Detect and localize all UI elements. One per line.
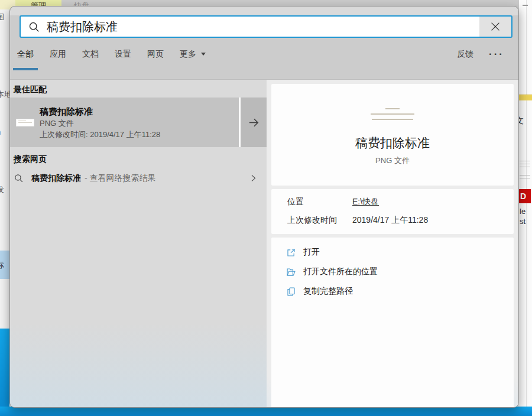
detail-row-location: 位置 E:\快盘 [287, 197, 514, 207]
copy-full-path-action[interactable]: 复制完整路径 [286, 286, 514, 297]
clear-search-button[interactable] [479, 17, 511, 37]
bg-fragment: 标 [0, 260, 4, 271]
bg-fragment: n [0, 128, 1, 136]
search-input[interactable] [47, 17, 479, 37]
web-suffix-text: - 查看网络搜索结果 [85, 173, 156, 184]
chevron-right-icon [249, 174, 258, 183]
arrow-right-icon [247, 116, 261, 129]
action-label: 复制完整路径 [303, 286, 353, 297]
web-search-header: 搜索网页 [14, 154, 267, 165]
detail-value: 2019/4/17 上午11:28 [352, 215, 428, 226]
bg-fragment: 图 [0, 12, 4, 22]
active-tab-indicator [13, 68, 38, 70]
preview-title: 稿费扣除标准 [355, 135, 430, 151]
tab-label: 全部 [17, 49, 34, 60]
preview-panel: 稿费扣除标准 PNG 文件 位置 E:\快盘 上次修改时间 2019/4/17 … [267, 80, 518, 408]
tab-label: 文档 [82, 49, 99, 60]
bg-folder-stripe [519, 95, 532, 100]
bg-text-lines [520, 175, 530, 181]
bg-selected-item-fragment: 标 [0, 251, 9, 279]
file-thumbnail-small [10, 98, 40, 147]
search-icon [28, 21, 40, 33]
tab-label: 更多 [180, 49, 196, 60]
results-area: 最佳匹配 稿费扣除标准 PNG 文件 上次修改时间: 2019/4/17 上午1… [10, 79, 518, 408]
search-flyout: 全部 应用 文档 设置 网页 更多 反馈 ··· 最佳匹配 [9, 6, 519, 408]
filter-tab-row: 全部 应用 文档 设置 网页 更多 反馈 ··· [10, 38, 518, 70]
web-search-item[interactable]: 稿费扣除标准 - 查看网络搜索结果 [10, 168, 267, 188]
best-match-header: 最佳匹配 [14, 84, 267, 95]
details-card: 位置 E:\快盘 上次修改时间 2019/4/17 上午11:28 [271, 189, 514, 234]
tab-label: 应用 [50, 49, 66, 60]
feedback-button[interactable]: 反馈 [457, 49, 473, 60]
desktop-fragment [0, 329, 9, 416]
preview-filetype: PNG 文件 [375, 155, 410, 166]
web-query-text: 稿费扣除标准 [31, 173, 81, 184]
best-match-item[interactable]: 稿费扣除标准 PNG 文件 上次修改时间: 2019/4/17 上午11:28 [10, 98, 267, 147]
actions-card: 打开 打开文件所在的位置 复制完整路径 [271, 238, 514, 408]
open-file-location-action[interactable]: 打开文件所在的位置 [286, 266, 514, 277]
bg-red-badge: D [519, 189, 531, 203]
taskbar[interactable] [0, 407, 532, 416]
thumbnail-image [16, 119, 34, 126]
open-action[interactable]: 打开 [286, 247, 514, 258]
action-label: 打开文件所在的位置 [303, 266, 378, 277]
expand-result-button[interactable] [239, 98, 267, 147]
search-box[interactable] [20, 15, 512, 38]
bg-fragment: 发 [0, 184, 4, 195]
results-column: 最佳匹配 稿费扣除标准 PNG 文件 上次修改时间: 2019/4/17 上午1… [10, 80, 267, 408]
bg-fragment: le [520, 207, 525, 216]
detail-label: 上次修改时间 [287, 215, 352, 226]
detail-label: 位置 [287, 197, 352, 207]
screen: 图 本地 n 发 标 管理 快盘 文 D le st [0, 0, 532, 416]
search-topbar: 全部 应用 文档 设置 网页 更多 反馈 ··· [10, 15, 518, 79]
tab-documents[interactable]: 文档 [82, 38, 99, 70]
open-icon [286, 248, 296, 258]
chevron-down-icon [201, 53, 206, 56]
preview-card: 稿费扣除标准 PNG 文件 [271, 84, 514, 186]
tab-all[interactable]: 全部 [17, 38, 34, 70]
action-label: 打开 [303, 247, 320, 258]
bg-text-lines [520, 161, 530, 170]
search-icon [14, 173, 24, 183]
tab-label: 网页 [147, 49, 164, 60]
tab-settings[interactable]: 设置 [115, 38, 131, 70]
best-match-title: 稿费扣除标准 [40, 105, 239, 118]
best-match-modified: 上次修改时间: 2019/4/17 上午11:28 [40, 129, 239, 140]
tab-more[interactable]: 更多 [180, 38, 206, 70]
background-window-right-edge: 文 D le st [519, 0, 532, 416]
bg-window-border [526, 0, 527, 416]
tab-label: 设置 [115, 49, 131, 60]
more-options-button[interactable]: ··· [489, 51, 504, 57]
file-location-link[interactable]: E:\快盘 [352, 197, 379, 207]
bg-fragment: st [520, 217, 525, 226]
close-icon [489, 20, 502, 33]
tab-web[interactable]: 网页 [147, 38, 164, 70]
copy-icon [286, 287, 296, 297]
tab-apps[interactable]: 应用 [50, 38, 66, 70]
bg-fragment [523, 5, 528, 6]
file-thumbnail-large [369, 108, 416, 120]
best-match-text: 稿费扣除标准 PNG 文件 上次修改时间: 2019/4/17 上午11:28 [40, 98, 239, 147]
best-match-filetype: PNG 文件 [40, 118, 239, 129]
bg-fragment: 文 [519, 116, 524, 126]
detail-row-modified: 上次修改时间 2019/4/17 上午11:28 [287, 215, 514, 226]
folder-icon [286, 267, 296, 277]
